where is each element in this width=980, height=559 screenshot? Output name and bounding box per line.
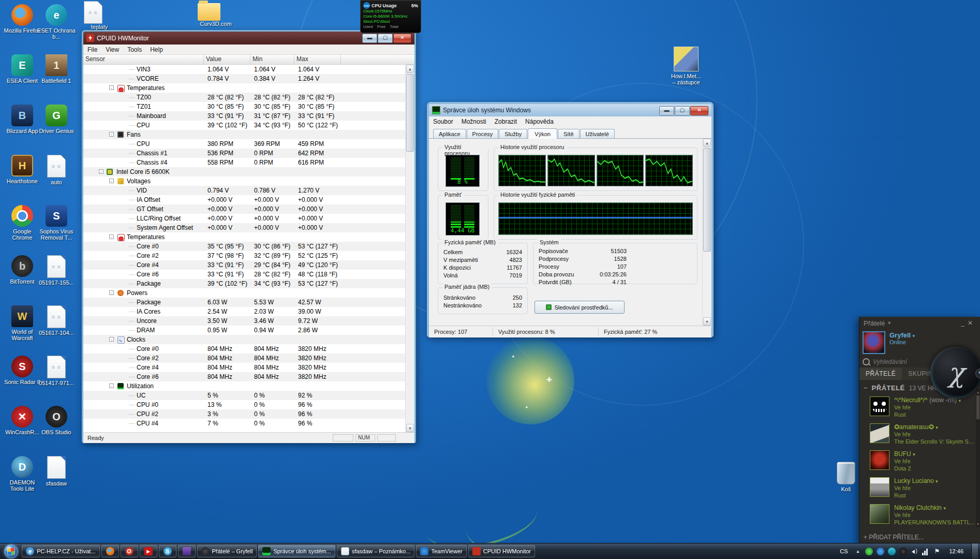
chevron-down-icon[interactable]: ▾	[913, 333, 915, 339]
chevron-down-icon[interactable]: ▾	[936, 425, 938, 430]
tab-sítě[interactable]: Sítě	[558, 129, 580, 138]
menu-item-zobrazit[interactable]: Zobrazit	[491, 118, 521, 125]
hidden-icons-chevron[interactable]: ▲	[854, 548, 862, 555]
taskbar-button-ie[interactable]: ePC-HELP.CZ - Uživat...	[22, 545, 100, 557]
menu-item-soubor[interactable]: Soubor	[429, 118, 457, 125]
sensor-row[interactable]: Chassis #1536 RPM0 RPM642 RPM	[83, 149, 405, 158]
taskbar-button-tm[interactable]: Správce úloh systém...	[258, 545, 335, 557]
sensor-row[interactable]: IA Offset+0.000 V+0.000 V+0.000 V	[83, 195, 405, 204]
taskbar-button-steam[interactable]: Přátelé – Gryfell	[197, 545, 257, 557]
sensor-row[interactable]: Chassis #4558 RPM0 RPM616 RPM	[83, 158, 405, 167]
sensor-row[interactable]: TZ0130 °C (85 °F)30 °C (85 °F)30 °C (85 …	[83, 102, 405, 111]
taskbar-clock[interactable]: 12:46	[945, 548, 968, 554]
sensor-row[interactable]: Core #237 °C (98 °F)32 °C (89 °F)52 °C (…	[83, 251, 405, 260]
column-value[interactable]: Value	[204, 55, 250, 64]
taskbar-button-hwm[interactable]: CPUID HWMonitor	[468, 545, 535, 557]
desktop-icon-sophos-virus-removal-t-[interactable]: SSophos Virus Removal T...	[37, 205, 76, 255]
scroll-down-button[interactable]: ▼	[703, 317, 711, 326]
sensor-row[interactable]: Core #4804 MHz804 MHz3820 MHz	[83, 363, 405, 372]
tree-expand-icon[interactable]: -	[109, 337, 114, 342]
taskbar-pinned-media[interactable]	[178, 545, 196, 557]
maximize-button[interactable]: ▢	[378, 34, 393, 43]
desktop-icon-obs-studio[interactable]: OOBS Studio	[37, 406, 76, 456]
sensor-row[interactable]: -Temperatures	[83, 83, 405, 93]
network-icon[interactable]	[922, 548, 930, 555]
tab-výkon[interactable]: Výkon	[528, 128, 557, 139]
sensor-row[interactable]: Uncore3.50 W3.46 W9.72 W	[83, 316, 405, 326]
scroll-up-button[interactable]: ▲	[703, 139, 711, 147]
sensor-row[interactable]: Mainboard33 °C (91 °F)31 °C (87 °F)33 °C…	[83, 111, 405, 121]
minimize-button[interactable]: _	[961, 319, 968, 327]
tree-expand-icon[interactable]: -	[109, 132, 114, 137]
friend-name[interactable]: Lucky Luciano ▾	[894, 477, 938, 484]
sensor-row[interactable]: -Temperatures	[83, 232, 405, 242]
desktop-icon-sfasdaw[interactable]: sfasdaw	[37, 456, 76, 506]
desktop-icon-esea-client[interactable]: EESEA Client	[3, 54, 41, 105]
sensor-row[interactable]: Core #0804 MHz804 MHz3820 MHz	[83, 344, 405, 354]
sensor-row[interactable]: Core #2804 MHz804 MHz3820 MHz	[83, 354, 405, 363]
friends-scrollbar[interactable]: ▲ ▼	[976, 389, 980, 527]
scrollbar-thumb[interactable]	[406, 74, 414, 152]
eset-icon[interactable]	[888, 548, 896, 555]
scroll-down-button[interactable]: ▼	[976, 522, 979, 526]
task-manager-scrollbar[interactable]: ▲ ▼	[702, 139, 711, 326]
taskbar-pinned-skype[interactable]: S	[159, 545, 176, 557]
tab-uživatelé[interactable]: Uživatelé	[580, 129, 615, 138]
desktop-icon-howimet[interactable]: How.I.Met... – zástupce	[665, 47, 707, 85]
menu-item-nápověda[interactable]: Nápověda	[521, 118, 558, 125]
desktop-icon-battlefield-1[interactable]: 1Battlefield 1	[37, 54, 76, 105]
desktop-icon-bittorrent[interactable]: bBitTorrent	[3, 255, 41, 305]
tab-aplikace[interactable]: Aplikace	[433, 129, 466, 138]
collapse-icon[interactable]: −	[864, 384, 868, 392]
sensor-row[interactable]: Core #433 °C (91 °F)29 °C (84 °F)49 °C (…	[83, 260, 405, 270]
action-center-icon[interactable]	[933, 548, 941, 555]
desktop-icon-google-chrome[interactable]: Google Chrome	[3, 205, 41, 255]
sensor-row[interactable]: Core #633 °C (91 °F)28 °C (82 °F)48 °C (…	[83, 270, 405, 279]
desktop-icon-sonic-radar-ii[interactable]: SSonic Radar II	[3, 356, 41, 406]
sensor-row[interactable]: Core #6804 MHz804 MHz3820 MHz	[83, 372, 405, 381]
sensor-row[interactable]: Package39 °C (102 °F)34 °C (93 °F)53 °C …	[83, 279, 405, 288]
sensor-row[interactable]: DRAM0.95 W0.94 W2.86 W	[83, 326, 405, 335]
hwmonitor-column-header[interactable]: Sensor Value Min Max	[83, 55, 414, 65]
sensor-row[interactable]: CPU #23 %0 %96 %	[83, 409, 405, 419]
tree-expand-icon[interactable]: -	[109, 85, 114, 90]
resource-monitor-button[interactable]: Sledování prostředků...	[534, 301, 625, 314]
obs-icon[interactable]	[899, 548, 907, 555]
tree-expand-icon[interactable]: -	[109, 179, 114, 183]
desktop-icon-051617-104-[interactable]: 051617-104...	[37, 305, 76, 356]
desktop-icon-wincrashr-[interactable]: ✕WinCrashR...	[3, 406, 41, 456]
friend-item[interactable]: Nikolay Clutchkin ▾Ve hřePLAYERUNKNOWN'S…	[859, 502, 980, 528]
menu-item-tools[interactable]: Tools	[123, 46, 146, 53]
desktop-icon-051417-971-[interactable]: 051417-971...	[37, 356, 76, 406]
show-desktop-button[interactable]	[971, 543, 978, 559]
sensor-row[interactable]: GT Offset+0.000 V+0.000 V+0.000 V	[83, 204, 405, 214]
close-button[interactable]: ✕	[393, 34, 411, 43]
tree-expand-icon[interactable]: -	[109, 290, 114, 295]
sensor-row[interactable]: LLC/Ring Offset+0.000 V+0.000 V+0.000 V	[83, 214, 405, 223]
tab-friends[interactable]: PŘÁTELÉ	[859, 367, 902, 380]
taskbar-button-note[interactable]: sfasdaw – Poznámko...	[337, 545, 415, 557]
status-green-icon[interactable]	[865, 548, 873, 555]
column-sensor[interactable]: Sensor	[83, 55, 204, 64]
start-button[interactable]	[4, 545, 18, 558]
tab-procesy[interactable]: Procesy	[467, 129, 499, 138]
sensor-row[interactable]: System Agent Offset+0.000 V+0.000 V+0.00…	[83, 223, 405, 232]
sensor-row[interactable]: CPU39 °C (102 °F)34 °C (93 °F)50 °C (122…	[83, 121, 405, 130]
volume-icon[interactable]	[911, 548, 918, 555]
sensor-row[interactable]: CPU #47 %0 %96 %	[83, 419, 405, 428]
desktop-icon-eset-ochrana-b-[interactable]: eESET Ochrana b...	[37, 4, 76, 54]
menu-item-file[interactable]: File	[83, 46, 101, 53]
sensor-row[interactable]: VID0.794 V0.786 V1.270 V	[83, 186, 405, 195]
scrollbar-thumb[interactable]	[703, 148, 711, 252]
menu-item-možnosti[interactable]: Možnosti	[457, 118, 491, 125]
sensor-row[interactable]: -Utilization	[83, 381, 405, 391]
language-indicator[interactable]: CS	[837, 547, 850, 555]
desktop-icon-mozilla-firefox[interactable]: Mozilla Firefox	[3, 4, 41, 54]
desktop-icon-world-of-warcraft[interactable]: WWorld of Warcraft	[3, 305, 41, 356]
scroll-up-button[interactable]: ▲	[976, 390, 979, 394]
sensor-row[interactable]: VIN31.064 V1.064 V1.064 V	[83, 65, 405, 74]
sensor-row[interactable]: UC5 %0 %92 %	[83, 391, 405, 400]
desktop-icon-hearthstone[interactable]: HHearthstone	[3, 155, 41, 205]
close-button[interactable]: ✕	[690, 106, 708, 115]
desktop-icon-curv3d[interactable]: Curv3D.com	[198, 0, 234, 27]
